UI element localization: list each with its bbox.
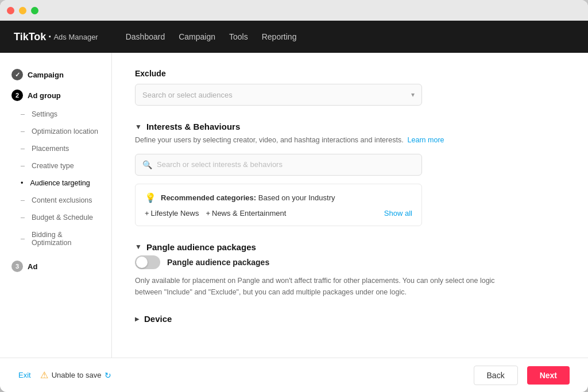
exclude-section: Exclude Search or select audiences ▾ xyxy=(135,69,565,106)
placements-label: Placements xyxy=(32,145,69,153)
nav-campaign[interactable]: Campaign xyxy=(179,32,215,41)
device-header[interactable]: ▶ Device xyxy=(135,314,565,324)
warning-icon: ⚠ xyxy=(40,370,48,381)
search-icon: 🔍 xyxy=(142,160,152,169)
sidebar-item-campaign[interactable]: ✓ Campaign xyxy=(0,64,111,85)
unable-save-text: Unable to save xyxy=(52,371,102,379)
device-section: ▶ Device xyxy=(135,314,565,324)
nav-reporting[interactable]: Reporting xyxy=(262,32,297,41)
step1-label: Campaign xyxy=(28,71,64,79)
step3-badge: 3 xyxy=(11,261,23,272)
audience-label: Audience targeting xyxy=(30,179,90,187)
chevron-down-icon: ▾ xyxy=(411,91,415,99)
interests-header[interactable]: ▼ Interests & Behaviours xyxy=(135,122,565,131)
rec-title: Recommended categories: Based on your In… xyxy=(161,193,335,202)
logo: TikTok · Ads Manager xyxy=(14,31,98,43)
minimize-button[interactable] xyxy=(19,7,26,14)
collapse-arrow-icon: ▼ xyxy=(135,123,142,131)
nav-dashboard[interactable]: Dashboard xyxy=(126,32,165,41)
maximize-button[interactable] xyxy=(31,7,38,14)
sidebar-item-ad[interactable]: 3 Ad xyxy=(0,256,111,277)
interests-search-input[interactable]: 🔍 Search or select interests & behaviors xyxy=(135,154,422,176)
rec-header: 💡 Recommended categories: Based on your … xyxy=(145,192,412,203)
bulb-icon: 💡 xyxy=(145,192,156,203)
step2-label: Ad group xyxy=(28,91,61,100)
refresh-icon[interactable]: ↻ xyxy=(105,371,111,380)
content-excl-label: Content exclusions xyxy=(32,196,92,204)
sidebar-sub-budget-schedule[interactable]: Budget & Schedule xyxy=(0,209,111,226)
logo-sub: Ads Manager xyxy=(53,33,98,41)
pangle-section: ▼ Pangle audience packages Pangle audien… xyxy=(135,242,565,298)
exclude-placeholder: Search or select audiences xyxy=(142,91,233,99)
pangle-toggle-row: Pangle audience packages xyxy=(135,255,565,269)
interests-title: Interests & Behaviours xyxy=(146,122,240,131)
next-button[interactable]: Next xyxy=(527,366,570,385)
exit-link[interactable]: Exit xyxy=(18,371,31,379)
toggle-knob xyxy=(136,257,148,268)
check-icon: ✓ xyxy=(15,71,20,79)
exclude-label: Exclude xyxy=(135,69,565,78)
footer: Exit ⚠ Unable to save ↻ Back Next xyxy=(0,358,588,392)
sidebar-sub-placements[interactable]: Placements xyxy=(0,140,111,157)
creative-label: Creative type xyxy=(32,162,74,170)
pangle-toggle-label: Pangle audience packages xyxy=(167,258,269,267)
show-all-link[interactable]: Show all xyxy=(384,209,412,218)
sidebar-sub-content-exclusions[interactable]: Content exclusions xyxy=(0,192,111,209)
pangle-desc: Only available for placement on Pangle a… xyxy=(135,275,508,298)
pangle-toggle[interactable] xyxy=(135,255,160,269)
sidebar-sub-settings[interactable]: Settings xyxy=(0,106,111,123)
pangle-title: Pangle audience packages xyxy=(146,242,256,252)
unable-to-save-status: ⚠ Unable to save ↻ xyxy=(40,370,112,381)
main-area: ✓ Campaign 2 Ad group Settings Optimizat… xyxy=(0,53,588,358)
sidebar-sub-audience-targeting[interactable]: Audience targeting xyxy=(0,174,111,192)
recommendations-box: 💡 Recommended categories: Based on your … xyxy=(135,184,422,226)
rec-tag-lifestyle[interactable]: Lifestyle News xyxy=(145,209,199,218)
interests-desc: Define your users by selecting creator, … xyxy=(135,135,565,146)
pangle-collapse-icon: ▼ xyxy=(135,243,142,251)
sidebar: ✓ Campaign 2 Ad group Settings Optimizat… xyxy=(0,53,112,358)
step2-badge: 2 xyxy=(11,90,23,101)
logo-text: TikTok xyxy=(14,31,46,43)
content-area: Exclude Search or select audiences ▾ ▼ I… xyxy=(112,53,588,358)
interests-search-placeholder: Search or select interests & behaviors xyxy=(157,160,283,169)
bidding-label: Bidding & Optimization xyxy=(32,231,100,247)
app-window: TikTok · Ads Manager Dashboard Campaign … xyxy=(0,0,588,392)
nav-tools[interactable]: Tools xyxy=(229,32,248,41)
sidebar-sub-bidding[interactable]: Bidding & Optimization xyxy=(0,226,111,251)
rec-tags-row: Lifestyle News News & Entertainment Show… xyxy=(145,209,412,218)
nav-links: Dashboard Campaign Tools Reporting xyxy=(126,32,297,41)
pangle-header[interactable]: ▼ Pangle audience packages xyxy=(135,242,565,252)
step3-label: Ad xyxy=(28,262,37,271)
device-title: Device xyxy=(144,314,172,324)
optloc-label: Optimization location xyxy=(32,127,98,135)
top-nav: TikTok · Ads Manager Dashboard Campaign … xyxy=(0,21,588,53)
rec-tag-news[interactable]: News & Entertainment xyxy=(206,209,286,218)
title-bar xyxy=(0,0,588,21)
sidebar-item-adgroup[interactable]: 2 Ad group xyxy=(0,85,111,106)
budget-label: Budget & Schedule xyxy=(32,214,93,222)
back-button[interactable]: Back xyxy=(474,366,518,385)
settings-label: Settings xyxy=(32,110,57,118)
sidebar-sub-optimization-location[interactable]: Optimization location xyxy=(0,123,111,140)
exclude-dropdown[interactable]: Search or select audiences ▾ xyxy=(135,84,422,106)
learn-more-link[interactable]: Learn more xyxy=(408,136,444,144)
interests-section: ▼ Interests & Behaviours Define your use… xyxy=(135,122,565,226)
logo-dot: · xyxy=(48,31,51,43)
sidebar-sub-creative-type[interactable]: Creative type xyxy=(0,157,111,174)
expand-arrow-icon: ▶ xyxy=(135,316,140,322)
step1-badge: ✓ xyxy=(11,69,23,80)
close-button[interactable] xyxy=(7,7,14,14)
